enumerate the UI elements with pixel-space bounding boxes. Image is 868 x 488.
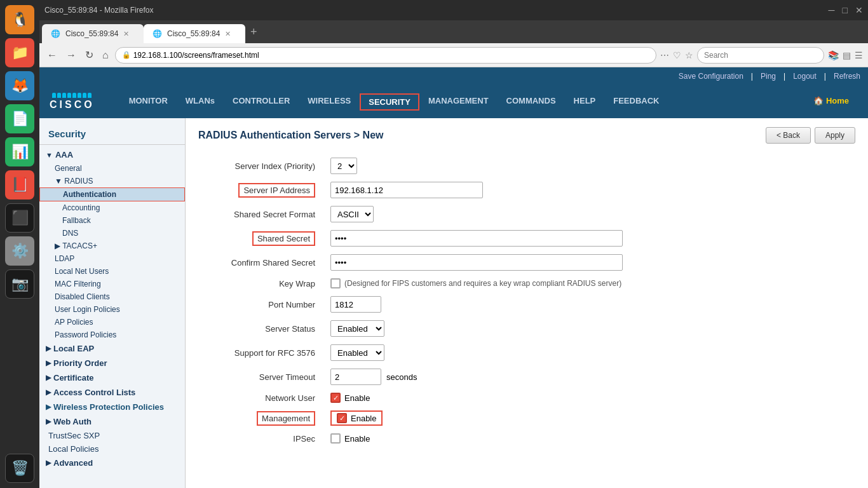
confirm-shared-secret-label: Confirm Shared Secret	[198, 250, 325, 274]
bookmarks-icon[interactable]: ⋯	[660, 50, 669, 60]
sidebar-item-authentication[interactable]: Authentication	[39, 187, 185, 201]
radius-arrow-icon: ▼	[55, 177, 64, 186]
menu-icon[interactable]: ☰	[855, 50, 863, 60]
save-configuration-link[interactable]: Save Configuration	[679, 72, 743, 81]
address-input[interactable]	[133, 51, 649, 60]
sidebar-section-acl[interactable]: ▶ Access Control Lists	[39, 385, 185, 400]
nav-help[interactable]: HELP	[565, 92, 605, 111]
sidebar-section-web-auth[interactable]: ▶ Web Auth	[39, 414, 185, 429]
refresh-button[interactable]: ↻	[83, 48, 96, 62]
sidebar-item-disabled-clients[interactable]: Disabled Clients	[39, 290, 185, 303]
ping-link[interactable]: Ping	[761, 72, 776, 81]
sidebar-title: Security	[39, 123, 185, 145]
wm-minimize[interactable]: ─	[829, 5, 835, 15]
port-number-input[interactable]	[330, 296, 381, 313]
confirm-shared-secret-input[interactable]	[330, 254, 623, 271]
nav-management[interactable]: MANAGEMENT	[419, 92, 498, 111]
sidebar-section-aaa[interactable]: ▼ AAA	[39, 147, 185, 162]
sidebar-section-certificate[interactable]: ▶ Certificate	[39, 370, 185, 385]
taskbar-text-icon[interactable]: 📄	[5, 104, 34, 133]
nav-controller[interactable]: CONTROLLER	[224, 92, 299, 111]
back-button[interactable]: ←	[44, 48, 60, 62]
sidebar-item-radius[interactable]: ▼ RADIUS	[39, 175, 185, 187]
server-timeout-input[interactable]	[330, 369, 381, 385]
taskbar-camera-icon[interactable]: 📷	[5, 269, 34, 299]
sidebar-section-wireless-protection[interactable]: ▶ Wireless Protection Policies	[39, 400, 185, 414]
shared-secret-format-select[interactable]: ASCII HEX	[330, 206, 374, 222]
management-label: Management	[257, 411, 315, 426]
sidebar-item-accounting[interactable]: Accounting	[39, 201, 185, 214]
network-user-label: Network User	[198, 389, 325, 407]
server-ip-label: Server IP Address	[238, 183, 315, 198]
wireless-protection-arrow-icon: ▶	[46, 403, 51, 411]
pocket-icon[interactable]: ♡	[673, 50, 681, 60]
sidebar-item-local-policies[interactable]: Local Policies	[39, 442, 185, 456]
sidebar-item-fallback[interactable]: Fallback	[39, 214, 185, 227]
wm-close[interactable]: ✕	[855, 5, 863, 15]
browser-window-controls[interactable]: ─ □ ✕	[829, 5, 863, 15]
sidebar-item-password-policies[interactable]: Password Policies	[39, 329, 185, 341]
taskbar-terminal-icon[interactable]: ⬛	[5, 203, 34, 233]
sidebar-section-priority-order[interactable]: ▶ Priority Order	[39, 356, 185, 370]
taskbar-files-icon[interactable]: 📁	[5, 38, 34, 67]
nav-home[interactable]: 🏠 Home	[804, 92, 858, 111]
browser-tab-1[interactable]: 🌐 Cisco_55:89:84 ✕	[42, 24, 144, 43]
ipsec-enable-group: Enable	[330, 433, 850, 444]
sidebar-toggle-icon[interactable]: ▤	[843, 50, 851, 60]
browser-toolbar: ← → ↻ ⌂ 🔒 ⋯ ♡ ☆ 📚 ▤ ☰	[39, 43, 868, 67]
taskbar-spreadsheet-icon[interactable]: 📊	[5, 137, 34, 166]
tab-2-close[interactable]: ✕	[225, 30, 231, 38]
nav-wlans[interactable]: WLANs	[177, 92, 224, 111]
network-user-checkbox[interactable]: ✓	[330, 393, 341, 403]
back-button[interactable]: < Back	[766, 127, 811, 144]
server-index-select[interactable]: 2	[330, 158, 357, 174]
server-ip-input[interactable]	[330, 182, 483, 198]
sidebar-item-ldap[interactable]: LDAP	[39, 252, 185, 265]
search-input[interactable]	[697, 47, 824, 64]
tab-1-close[interactable]: ✕	[123, 30, 129, 38]
new-tab-button[interactable]: +	[245, 25, 262, 39]
wm-maximize[interactable]: □	[843, 5, 848, 15]
taskbar-trash-icon[interactable]: 🗑️	[5, 454, 34, 483]
nav-wireless[interactable]: WIRELESS	[299, 92, 360, 111]
management-enable-group: ✓ Enable	[330, 410, 383, 426]
sidebar-item-mac-filtering[interactable]: MAC Filtering	[39, 278, 185, 290]
cisco-header: CISCO MONITOR WLANs CONTROLLER WIRELESS …	[39, 85, 868, 118]
server-status-select[interactable]: Enabled Disabled	[330, 320, 384, 337]
taskbar-pdf-icon[interactable]: 📕	[5, 170, 34, 200]
browser-tabbar: 🌐 Cisco_55:89:84 ✕ 🌐 Cisco_55:89:84 ✕ +	[39, 20, 868, 43]
sidebar-item-trustsec[interactable]: TrustSec SXP	[39, 429, 185, 442]
sidebar-item-dns[interactable]: DNS	[39, 227, 185, 240]
home-button[interactable]: ⌂	[100, 48, 111, 62]
sidebar-section-advanced[interactable]: ▶ Advanced	[39, 456, 185, 470]
sidebar-item-local-net-users[interactable]: Local Net Users	[39, 265, 185, 278]
library-icon[interactable]: 📚	[828, 50, 839, 60]
management-checkbox[interactable]: ✓	[337, 413, 347, 423]
sidebar-item-tacacs[interactable]: ▶ TACACS+	[39, 240, 185, 252]
sidebar-item-ap-policies[interactable]: AP Policies	[39, 316, 185, 329]
sidebar-item-general[interactable]: General	[39, 162, 185, 175]
logout-link[interactable]: Logout	[793, 72, 817, 81]
taskbar: 🐧 📁 🦊 📄 📊 📕 ⬛ ⚙️ 📷 🗑️	[0, 0, 39, 488]
nav-commands[interactable]: COMMANDS	[498, 92, 565, 111]
rfc3576-select[interactable]: Enabled Disabled	[330, 344, 384, 361]
ipsec-checkbox[interactable]	[330, 433, 341, 444]
nav-monitor[interactable]: MONITOR	[120, 92, 177, 111]
nav-feedback[interactable]: FEEDBACK	[604, 92, 668, 111]
port-number-label: Port Number	[198, 292, 325, 316]
apply-button[interactable]: Apply	[815, 127, 855, 144]
taskbar-ubuntu-icon[interactable]: 🐧	[5, 5, 34, 34]
sidebar-section-local-eap[interactable]: ▶ Local EAP	[39, 341, 185, 356]
shared-secret-input[interactable]	[330, 230, 623, 247]
taskbar-settings-icon[interactable]: ⚙️	[5, 236, 34, 266]
forward-button[interactable]: →	[64, 48, 79, 62]
sidebar-item-user-login-policies[interactable]: User Login Policies	[39, 303, 185, 316]
taskbar-browser-icon[interactable]: 🦊	[5, 71, 34, 100]
address-bar[interactable]: 🔒	[115, 47, 656, 64]
key-wrap-checkbox[interactable]	[330, 278, 341, 288]
nav-security[interactable]: SECURITY	[360, 93, 419, 111]
refresh-link[interactable]: Refresh	[834, 72, 860, 81]
aaa-label: AAA	[55, 150, 73, 159]
browser-tab-2[interactable]: 🌐 Cisco_55:89:84 ✕	[144, 24, 245, 43]
star-icon[interactable]: ☆	[685, 50, 693, 60]
